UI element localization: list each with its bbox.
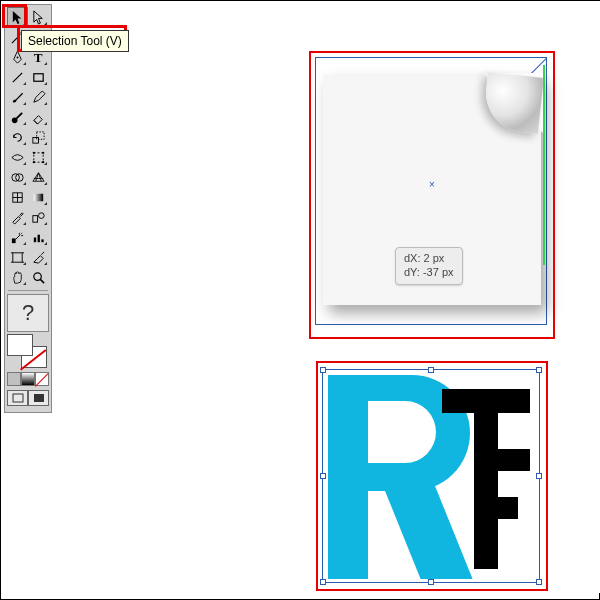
svg-rect-7 <box>37 131 45 139</box>
tooltip-selection: Selection Tool (V) <box>21 30 129 52</box>
highlight-artboard-2 <box>316 361 548 591</box>
svg-rect-16 <box>34 193 43 201</box>
free-transform-tool[interactable] <box>28 147 49 167</box>
svg-rect-23 <box>13 252 22 261</box>
toolbox: T ? <box>4 4 52 413</box>
svg-line-25 <box>40 279 44 283</box>
perspective-grid-tool[interactable] <box>28 167 49 187</box>
direct-selection-tool[interactable] <box>28 7 49 27</box>
scale-tool[interactable] <box>28 127 49 147</box>
unknown-tool-placeholder[interactable]: ? <box>7 294 49 332</box>
svg-rect-20 <box>34 237 36 242</box>
slice-tool[interactable] <box>28 247 49 267</box>
symbol-sprayer-tool[interactable] <box>7 227 28 247</box>
svg-rect-4 <box>34 73 43 81</box>
none-mode-button[interactable] <box>35 372 49 386</box>
zoom-tool[interactable] <box>28 267 49 287</box>
fill-stroke-swatch[interactable] <box>7 334 49 370</box>
svg-point-9 <box>33 151 35 153</box>
svg-point-10 <box>42 151 44 153</box>
svg-rect-26 <box>13 394 23 402</box>
svg-point-18 <box>39 212 45 218</box>
pencil-tool[interactable] <box>28 87 49 107</box>
blend-tool[interactable] <box>28 207 49 227</box>
svg-point-1 <box>17 56 19 58</box>
svg-rect-27 <box>34 394 44 402</box>
line-tool[interactable] <box>7 67 28 87</box>
svg-rect-21 <box>38 234 40 242</box>
shape-builder-tool[interactable] <box>7 167 28 187</box>
artboard-rtf-logo <box>318 363 546 589</box>
svg-point-11 <box>33 161 35 163</box>
normal-screen-mode[interactable] <box>7 390 28 406</box>
eraser-tool[interactable] <box>28 107 49 127</box>
change-screen-mode[interactable] <box>28 390 49 406</box>
mesh-tool[interactable] <box>7 187 28 207</box>
width-tool[interactable] <box>7 147 28 167</box>
svg-rect-17 <box>33 215 38 222</box>
svg-point-24 <box>34 272 42 280</box>
highlight-artboard-1 <box>309 51 555 339</box>
eyedropper-tool[interactable] <box>7 207 28 227</box>
gradient-mode-button[interactable] <box>21 372 35 386</box>
blob-brush-tool[interactable] <box>7 107 28 127</box>
hand-tool[interactable] <box>7 267 28 287</box>
rotate-tool[interactable] <box>7 127 28 147</box>
color-mode-button[interactable] <box>7 372 21 386</box>
fill-swatch[interactable] <box>7 334 33 356</box>
gradient-tool[interactable] <box>28 187 49 207</box>
svg-line-3 <box>13 72 22 81</box>
paintbrush-tool[interactable] <box>7 87 28 107</box>
svg-rect-19 <box>12 238 16 243</box>
rectangle-tool[interactable] <box>28 67 49 87</box>
svg-rect-8 <box>34 152 43 161</box>
svg-rect-6 <box>33 137 39 143</box>
artboard-tool[interactable] <box>7 247 28 267</box>
column-graph-tool[interactable] <box>28 227 49 247</box>
artboard-page-curl: × dX: 2 px dY: -37 px <box>313 55 551 335</box>
